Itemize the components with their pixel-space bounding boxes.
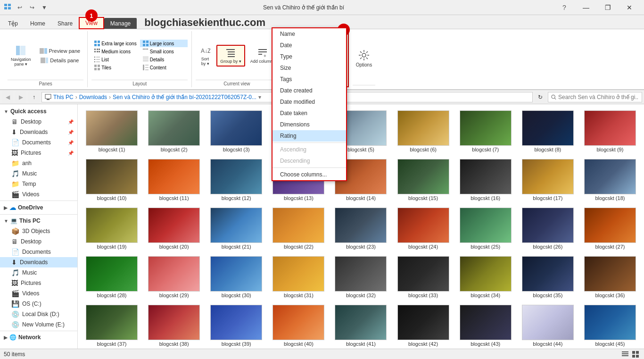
file-item-24[interactable]: blogcskt (24) — [393, 205, 454, 252]
dd-date-created[interactable]: Date created — [272, 85, 346, 96]
search-input[interactable] — [558, 94, 639, 100]
file-item-18[interactable]: blogcskt (18) — [580, 157, 640, 203]
sidebar-item-documents-qa[interactable]: 📄 Documents 📌 — [0, 137, 77, 148]
content-btn[interactable]: Content — [140, 64, 188, 71]
sidebar-item-pictures-qa[interactable]: 🖼 Pictures 📌 — [0, 148, 77, 158]
tab-file[interactable]: Tệp — [2, 18, 24, 29]
file-item-41[interactable]: blogcskt (41) — [330, 302, 391, 349]
file-item-10[interactable]: blogcskt (10) — [82, 157, 142, 203]
file-item-39[interactable]: blogcskt (39) — [206, 302, 266, 349]
tab-home[interactable]: Home — [24, 18, 51, 29]
dd-dimensions[interactable]: Dimensions — [272, 119, 346, 130]
details-view-btn[interactable] — [620, 350, 630, 359]
dd-date[interactable]: Date — [272, 40, 346, 51]
file-item-16[interactable]: blogcskt (16) — [455, 157, 516, 203]
file-item-2[interactable]: blogcskt (2) — [144, 108, 204, 155]
sidebar-item-localdisk[interactable]: 💿 Local Disk (D:) — [0, 309, 77, 319]
file-item-8[interactable]: blogcskt (8) — [518, 108, 578, 155]
sidebar-item-temp[interactable]: 📁 Temp — [0, 179, 77, 189]
sidebar-item-music-pc[interactable]: 🎵 Music — [0, 267, 77, 278]
group-by-btn[interactable]: Group by ▾ — [216, 45, 245, 67]
sidebar-item-documents-pc[interactable]: 📄 Documents — [0, 247, 77, 257]
dd-tags[interactable]: Tags — [272, 74, 346, 85]
list-btn[interactable]: List — [91, 56, 139, 63]
dd-date-taken[interactable]: Date taken — [272, 108, 346, 119]
file-item-28[interactable]: blogcskt (28) — [82, 254, 142, 301]
details-pane-btn[interactable]: Details pane — [36, 56, 84, 65]
file-item-35[interactable]: blogcskt (35) — [518, 254, 578, 301]
sidebar-item-newvolume[interactable]: 💿 New Volume (E:) — [0, 319, 77, 330]
sidebar-item-downloads-pc[interactable]: ⬇ Downloads — [0, 257, 77, 267]
sidebar-item-osc[interactable]: 💾 OS (C:) — [0, 299, 77, 309]
file-item-32[interactable]: blogcskt (32) — [330, 254, 391, 301]
sidebar-item-videos-pc[interactable]: 🎬 Videos — [0, 288, 77, 299]
file-item-34[interactable]: blogcskt (34) — [455, 254, 516, 301]
file-item-29[interactable]: blogcskt (29) — [144, 254, 204, 301]
sidebar-item-videos-qa[interactable]: 🎬 Videos — [0, 189, 77, 200]
file-item-1[interactable]: blogcskt (1) — [82, 108, 142, 155]
file-item-36[interactable]: blogcskt (36) — [580, 254, 640, 301]
file-item-22[interactable]: blogcskt (22) — [268, 205, 329, 252]
file-item-11[interactable]: blogcskt (11) — [144, 157, 204, 203]
small-icons-btn[interactable]: Small icons — [140, 48, 188, 55]
sidebar-item-anh[interactable]: 📁 anh — [0, 158, 77, 168]
thispc-header[interactable]: ▼ 💻 This PC — [0, 216, 77, 226]
qa-fwd-btn[interactable]: ↪ — [26, 2, 38, 13]
options-btn[interactable]: Options — [353, 47, 375, 70]
bc-folder[interactable]: Sen và Chihiro ở thế giới thần bí-202012… — [113, 94, 256, 100]
file-item-15[interactable]: blogcskt (15) — [393, 157, 454, 203]
dd-size[interactable]: Size — [272, 62, 346, 74]
file-item-43[interactable]: blogcskt (43) — [455, 302, 516, 349]
sidebar-item-pictures-pc[interactable]: 🖼 Pictures — [0, 278, 77, 288]
tab-manage[interactable]: Manage — [104, 18, 137, 29]
bc-thispc[interactable]: This PC — [53, 94, 74, 100]
navigation-pane-btn[interactable]: Navigationpane ▾ — [8, 42, 34, 69]
preview-pane-btn[interactable]: Preview pane — [36, 47, 84, 55]
file-item-40[interactable]: blogcskt (40) — [268, 302, 329, 349]
details-btn[interactable]: Details — [140, 56, 188, 63]
sidebar-item-desktop-pc[interactable]: 🖥 Desktop — [0, 236, 77, 247]
extra-large-icons-btn[interactable]: Extra large icons — [91, 40, 139, 47]
file-item-30[interactable]: blogcskt (30) — [206, 254, 266, 301]
file-item-38[interactable]: blogcskt (38) — [144, 302, 204, 349]
large-icons-view-btn[interactable] — [631, 350, 640, 359]
tab-share[interactable]: Share — [51, 18, 79, 29]
file-item-31[interactable]: blogcskt (31) — [268, 254, 329, 301]
file-item-12[interactable]: blogcskt (12) — [206, 157, 266, 203]
dd-choose-columns[interactable]: Choose columns... — [272, 169, 346, 180]
dd-date-modified[interactable]: Date modified — [272, 96, 346, 108]
large-icons-btn[interactable]: Large icons — [140, 40, 188, 47]
onedrive-header[interactable]: ▶ ☁ OneDrive — [0, 202, 77, 213]
file-item-21[interactable]: blogcskt (21) — [206, 205, 266, 252]
search-bar[interactable] — [548, 92, 642, 102]
tab-view[interactable]: View 1 — [79, 17, 104, 29]
sidebar-item-downloads-qa[interactable]: ⬇ Downloads 📌 — [0, 127, 77, 137]
bc-downloads[interactable]: Downloads — [79, 94, 107, 100]
qa-dropdown-btn[interactable]: ▼ — [39, 2, 50, 13]
file-item-17[interactable]: blogcskt (17) — [518, 157, 578, 203]
file-item-26[interactable]: blogcskt (26) — [518, 205, 578, 252]
dd-rating[interactable]: Rating — [272, 130, 346, 142]
sidebar-item-3dobjects[interactable]: 📦 3D Objects — [0, 226, 77, 236]
file-item-23[interactable]: blogcskt (23) — [330, 205, 391, 252]
network-header[interactable]: ▶ 🌐 Network — [0, 332, 77, 342]
medium-icons-btn[interactable]: Medium icons — [91, 48, 139, 55]
file-item-6[interactable]: blogcskt (6) — [393, 108, 454, 155]
close-btn[interactable]: ✕ — [619, 0, 640, 15]
back-btn[interactable]: ◀ — [2, 92, 13, 103]
file-item-19[interactable]: blogcskt (19) — [82, 205, 142, 252]
file-item-44[interactable]: blogcskt (44) — [518, 302, 578, 349]
refresh-btn[interactable]: ↻ — [535, 92, 546, 103]
file-item-37[interactable]: blogcskt (37) — [82, 302, 142, 349]
file-item-3[interactable]: blogcskt (3) — [206, 108, 266, 155]
sidebar-item-desktop-qa[interactable]: 🖥 Desktop 📌 — [0, 117, 77, 127]
tiles-btn[interactable]: Tiles — [91, 64, 139, 71]
dd-type[interactable]: Type — [272, 51, 346, 62]
minimize-btn[interactable]: — — [575, 0, 597, 15]
sidebar-item-music-qa[interactable]: 🎵 Music — [0, 168, 77, 179]
help-btn[interactable]: ? — [553, 0, 575, 15]
qa-back-btn[interactable]: ↩ — [14, 2, 25, 13]
file-item-45[interactable]: blogcskt (45) — [580, 302, 640, 349]
file-item-42[interactable]: blogcskt (42) — [393, 302, 454, 349]
quick-access-header[interactable]: ▼ Quick access — [0, 106, 77, 117]
